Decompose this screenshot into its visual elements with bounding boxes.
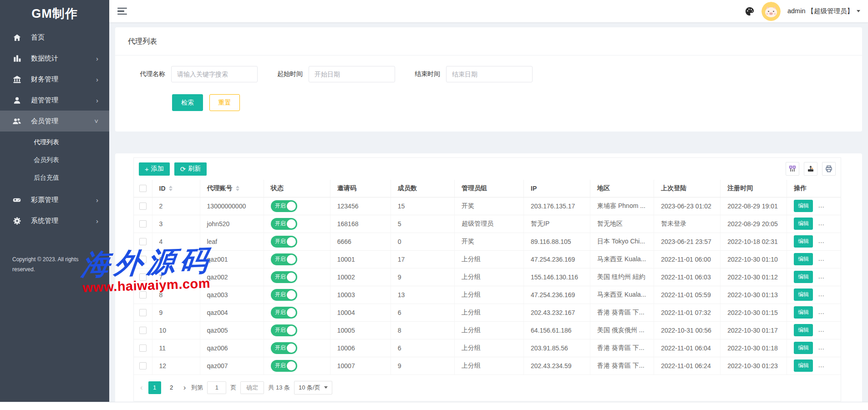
prev-page-icon[interactable]: ‹: [139, 384, 144, 391]
sidebar-item-stats[interactable]: 数据统计 ›: [0, 48, 109, 69]
cell-last-login: 2022-11-01 05:59: [654, 286, 721, 304]
status-toggle[interactable]: 开启: [271, 218, 297, 230]
add-button[interactable]: + 添加: [139, 162, 170, 176]
sidebar-item-lottery[interactable]: 彩票管理 ›: [0, 189, 109, 210]
select-all-checkbox[interactable]: [139, 185, 147, 192]
delete-button[interactable]: 删除: [818, 271, 837, 283]
delete-button[interactable]: 删除: [818, 342, 837, 354]
edit-button[interactable]: 编辑: [794, 200, 813, 212]
sidebar-item-backend-recharge[interactable]: 后台充值: [0, 169, 109, 187]
edit-button[interactable]: 编辑: [794, 359, 813, 372]
status-toggle[interactable]: 开启: [271, 324, 297, 336]
sort-icon[interactable]: [169, 186, 173, 191]
row-checkbox[interactable]: [139, 362, 147, 370]
page-button-2[interactable]: 2: [165, 381, 178, 394]
table-toolbar: + 添加 ⟳ 刷新: [134, 158, 841, 180]
cell-area: 香港 葵青區 下...: [590, 304, 654, 321]
cell-invite-code: 10006: [330, 339, 391, 357]
edit-button[interactable]: 编辑: [794, 306, 813, 319]
header-account: 代理账号: [200, 180, 264, 197]
status-toggle-label: 开启: [271, 220, 286, 228]
sidebar-item-label: 系统管理: [31, 217, 58, 225]
search-button[interactable]: 检索: [172, 94, 203, 111]
refresh-button[interactable]: ⟳ 刷新: [174, 162, 207, 176]
header-last-login: 上次登陆: [654, 180, 721, 197]
row-checkbox[interactable]: [139, 344, 147, 352]
confirm-page-button[interactable]: 确定: [240, 381, 264, 394]
toggle-knob-icon: [287, 326, 296, 335]
edit-button[interactable]: 编辑: [794, 271, 813, 283]
delete-button[interactable]: 删除: [818, 235, 837, 248]
delete-button[interactable]: 删除: [818, 324, 837, 336]
delete-button[interactable]: 删除: [818, 306, 837, 319]
status-toggle[interactable]: 开启: [271, 307, 297, 319]
cell-reg-time: 2022-10-30 01:17: [721, 321, 787, 339]
cell-ip: 202.43.234.59: [524, 357, 590, 375]
start-date-input[interactable]: [309, 66, 395, 82]
delete-button[interactable]: 删除: [818, 253, 837, 265]
end-date-input[interactable]: [446, 66, 533, 82]
export-button[interactable]: [804, 162, 817, 176]
cell-reg-time: 2022-10-30 01:15: [721, 304, 787, 321]
sidebar-item-agent-list[interactable]: 代理列表: [0, 133, 109, 151]
delete-button[interactable]: 删除: [818, 289, 837, 301]
cell-ip: 203.176.135.17: [524, 197, 590, 215]
sidebar-item-system[interactable]: 系统管理 ›: [0, 210, 109, 231]
print-button[interactable]: [822, 162, 836, 176]
status-toggle[interactable]: 开启: [271, 289, 297, 301]
cell-status: 开启: [264, 233, 330, 250]
sidebar-item-superadmin[interactable]: 超管管理 ›: [0, 90, 109, 111]
cell-admin-group: 开奖: [454, 233, 523, 250]
edit-button[interactable]: 编辑: [794, 235, 813, 248]
status-toggle[interactable]: 开启: [271, 200, 297, 212]
sidebar-item-member-list[interactable]: 会员列表: [0, 151, 109, 169]
chevron-right-icon: ›: [96, 218, 98, 224]
page-button-1[interactable]: 1: [148, 381, 161, 394]
status-toggle[interactable]: 开启: [271, 342, 297, 354]
sort-icon[interactable]: [236, 186, 239, 191]
edit-button[interactable]: 编辑: [794, 324, 813, 336]
status-toggle[interactable]: 开启: [271, 271, 297, 283]
row-checkbox[interactable]: [139, 327, 147, 334]
cell-admin-group: 上分组: [454, 321, 523, 339]
row-checkbox[interactable]: [139, 273, 147, 281]
admin-label: admin 【超级管理员】: [787, 7, 853, 15]
header-status: 状态: [264, 180, 330, 197]
edit-button[interactable]: 编辑: [794, 342, 813, 354]
sidebar-item-home[interactable]: 首页: [0, 27, 109, 48]
row-checkbox[interactable]: [139, 238, 147, 245]
sidebar-item-members[interactable]: 会员管理 ˅: [0, 111, 109, 132]
status-toggle[interactable]: 开启: [271, 236, 297, 248]
delete-button[interactable]: 删除: [818, 200, 837, 212]
next-page-icon[interactable]: ›: [182, 384, 188, 391]
row-checkbox[interactable]: [139, 291, 147, 299]
goto-page-input[interactable]: [207, 381, 226, 394]
cell-reg-time: 2022-10-30 01:10: [721, 250, 787, 268]
theme-palette-icon[interactable]: [745, 6, 755, 16]
edit-button[interactable]: 编辑: [794, 253, 813, 265]
edit-button[interactable]: 编辑: [794, 289, 813, 301]
delete-button[interactable]: 删除: [818, 218, 837, 230]
avatar[interactable]: [761, 2, 781, 21]
admin-dropdown[interactable]: admin 【超级管理员】: [787, 7, 860, 15]
sidebar-item-finance[interactable]: 财务管理 ›: [0, 69, 109, 90]
row-checkbox[interactable]: [139, 202, 147, 210]
edit-button[interactable]: 编辑: [794, 218, 813, 230]
cell-members: 5: [391, 215, 454, 233]
page-size-select[interactable]: 10 条/页: [294, 381, 332, 395]
status-toggle[interactable]: 开启: [271, 360, 297, 372]
row-checkbox[interactable]: [139, 309, 147, 316]
row-checkbox[interactable]: [139, 220, 147, 228]
menu-toggle-icon[interactable]: [117, 8, 127, 15]
status-toggle[interactable]: 开启: [271, 253, 297, 265]
cell-status: 开启: [264, 339, 330, 357]
delete-button[interactable]: 删除: [818, 359, 837, 372]
cell-status: 开启: [264, 357, 330, 375]
filter-columns-button[interactable]: [786, 162, 799, 176]
cell-id: 9: [152, 304, 200, 321]
status-toggle-label: 开启: [271, 344, 286, 352]
toggle-knob-icon: [287, 202, 296, 211]
row-checkbox[interactable]: [139, 256, 147, 263]
agent-name-input[interactable]: [171, 66, 258, 82]
reset-button[interactable]: 重置: [209, 94, 240, 111]
